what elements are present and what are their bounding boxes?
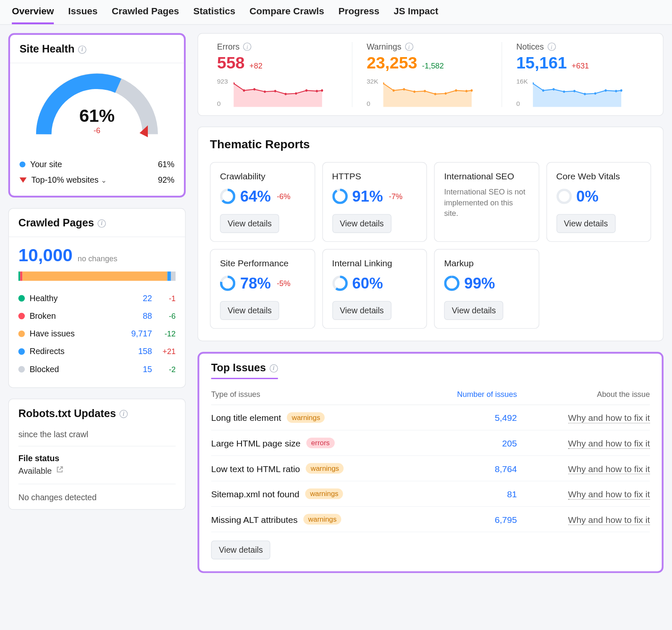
thematic-card-internal-linking: Internal Linking60%View details [322, 249, 427, 329]
thematic-card-title: Crawlability [220, 171, 305, 181]
svg-point-1 [233, 82, 235, 85]
metric-number[interactable]: 23,253 [367, 54, 417, 73]
external-link-icon[interactable] [55, 465, 64, 475]
issue-tag: warnings [306, 463, 344, 473]
col-type: Type of issues [211, 390, 424, 399]
thematic-card-title: Internal Linking [332, 258, 417, 268]
robots-title: Robots.txt Updates [18, 407, 116, 420]
crawled-row: Redirects158+21 [18, 342, 176, 360]
svg-point-25 [573, 90, 575, 92]
crawled-count[interactable]: 9,717 [122, 329, 152, 339]
file-status-label: File status [18, 454, 176, 463]
thematic-card-site-performance: Site Performance78%-5%View details [210, 249, 315, 329]
view-details-button[interactable]: View details [444, 301, 503, 320]
crawled-count[interactable]: 158 [122, 346, 152, 356]
crawled-count[interactable]: 15 [122, 364, 152, 374]
svg-point-16 [434, 93, 436, 95]
thematic-card-markup: Markup99%View details [434, 249, 539, 329]
legend-dot [18, 366, 25, 372]
tab-js-impact[interactable]: JS Impact [394, 6, 438, 24]
thematic-pct: 64% [240, 187, 271, 206]
svg-point-27 [594, 92, 596, 95]
svg-point-24 [563, 90, 565, 93]
why-fix-link[interactable]: Why and how to fix it [568, 463, 650, 474]
metric-title: Notices [516, 42, 544, 52]
crawled-delta: -12 [157, 329, 176, 338]
site-health-card: Site Health i 61% -6 Your site61%Top-10%… [8, 33, 186, 197]
legend-label[interactable]: Top-10% websites ⌄ [32, 175, 153, 185]
crawled-delta: -1 [157, 294, 176, 302]
col-count: Number of issues [424, 390, 517, 399]
crawled-count[interactable]: 88 [122, 311, 152, 321]
view-details-button[interactable]: View details [556, 214, 615, 233]
thematic-card-title: Markup [444, 258, 529, 268]
issue-count[interactable]: 81 [424, 489, 517, 499]
crawled-pages-title: Crawled Pages [18, 217, 94, 230]
thematic-pct: 0% [576, 187, 598, 206]
thematic-pct: 78% [240, 274, 271, 293]
chevron-down-icon: ⌄ [101, 176, 107, 185]
svg-point-8 [305, 89, 307, 92]
thematic-pct: 99% [464, 274, 495, 293]
tab-issues[interactable]: Issues [68, 6, 97, 24]
issue-count[interactable]: 5,492 [424, 412, 517, 423]
top-issues-title: Top Issues [211, 362, 266, 375]
svg-point-22 [542, 89, 544, 92]
info-icon[interactable]: i [78, 45, 87, 54]
view-details-button[interactable]: View details [332, 214, 391, 233]
metrics-card: Errorsi 558+82 923 0 Warningsi 23,253-1,… [197, 33, 664, 116]
thematic-card-crawlability: Crawlability64%-6%View details [210, 162, 315, 242]
info-icon[interactable]: i [119, 410, 128, 418]
issue-name: Missing ALT attributes [211, 514, 298, 524]
thematic-delta: -5% [277, 279, 291, 288]
info-icon[interactable]: i [270, 364, 278, 373]
why-fix-link[interactable]: Why and how to fix it [568, 412, 650, 423]
crawled-label: Blocked [29, 364, 118, 374]
crawled-pages-count: 10,000 [18, 245, 73, 265]
issue-row: Low text to HTML ratiowarnings8,764Why a… [211, 456, 650, 482]
metric-number[interactable]: 558 [217, 54, 245, 73]
svg-point-18 [455, 89, 457, 92]
tab-compare-crawls[interactable]: Compare Crawls [249, 6, 324, 24]
thematic-card-title: International SEO [444, 171, 529, 181]
site-health-title: Site Health [19, 43, 74, 56]
svg-point-42 [445, 277, 458, 290]
issue-row: Large HTML page sizeerrors205Why and how… [211, 430, 650, 456]
metric-number[interactable]: 15,161 [516, 54, 567, 73]
metric-delta: +631 [572, 61, 589, 70]
info-icon[interactable]: i [547, 42, 556, 51]
view-details-button[interactable]: View details [332, 301, 391, 320]
info-icon[interactable]: i [243, 42, 252, 51]
thematic-card-title: Site Performance [220, 258, 305, 268]
svg-point-3 [253, 88, 255, 91]
crawled-label: Redirects [29, 346, 118, 356]
svg-point-13 [403, 88, 405, 91]
why-fix-link[interactable]: Why and how to fix it [568, 438, 650, 449]
svg-point-34 [333, 190, 346, 203]
info-icon[interactable]: i [97, 219, 106, 228]
thematic-card-title: Core Web Vitals [556, 171, 641, 181]
svg-point-28 [605, 89, 607, 92]
view-details-button[interactable]: View details [220, 301, 279, 320]
tab-progress[interactable]: Progress [339, 6, 380, 24]
legend-dot [18, 330, 25, 336]
tab-statistics[interactable]: Statistics [193, 6, 235, 24]
legend-dot [18, 295, 25, 301]
thematic-card-international-seo: International SEOInternational SEO is no… [434, 162, 539, 242]
info-icon[interactable]: i [405, 42, 413, 51]
issue-count[interactable]: 8,764 [424, 463, 517, 473]
issue-row: Missing ALT attributeswarnings6,795Why a… [211, 507, 650, 533]
why-fix-link[interactable]: Why and how to fix it [568, 514, 650, 525]
view-details-button[interactable]: View details [220, 214, 279, 233]
issue-count[interactable]: 6,795 [424, 514, 517, 524]
crawled-pages-change: no changes [78, 254, 118, 263]
crawled-count[interactable]: 22 [122, 293, 152, 303]
issue-tag: warnings [305, 488, 343, 499]
why-fix-link[interactable]: Why and how to fix it [568, 489, 650, 499]
tab-overview[interactable]: Overview [12, 6, 54, 24]
view-details-button[interactable]: View details [211, 541, 270, 559]
issue-count[interactable]: 205 [424, 438, 517, 448]
metric-notices: Noticesi 15,161+631 16K 0 [501, 42, 651, 107]
tab-crawled-pages[interactable]: Crawled Pages [112, 6, 179, 24]
thematic-card-title: HTTPS [332, 171, 417, 181]
